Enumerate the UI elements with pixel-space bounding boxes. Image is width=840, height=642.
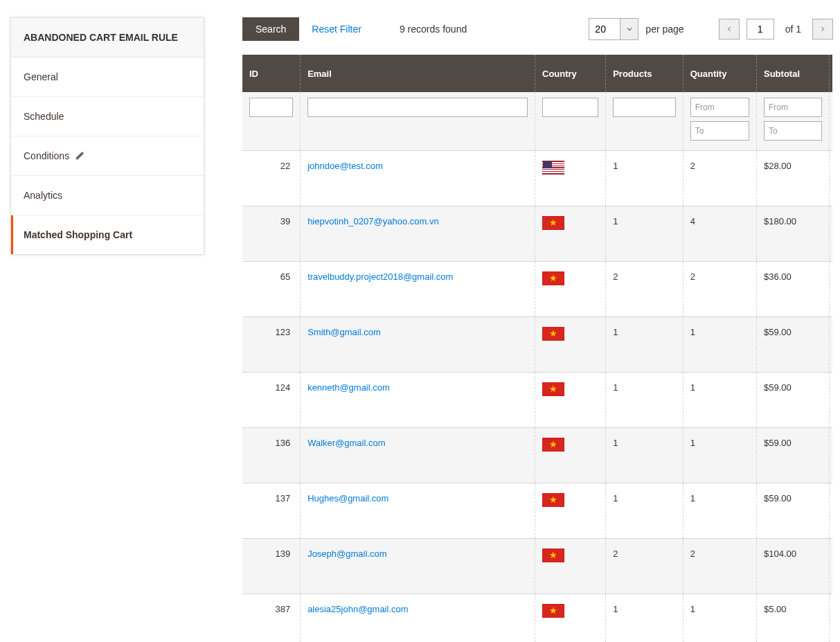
- cell-quantity: 1: [683, 483, 756, 539]
- cell-products: 1: [606, 151, 683, 206]
- table-row[interactable]: 136Walker@gmail.com11$59.00Yes00--: [242, 428, 833, 483]
- filter-subtotal-from-input[interactable]: [764, 98, 822, 117]
- cell-country: [535, 483, 606, 539]
- col-header-country[interactable]: Country: [535, 55, 606, 92]
- col-header-subtotal[interactable]: Subtotal: [757, 55, 830, 92]
- cell-products: 1: [606, 428, 683, 483]
- email-link[interactable]: kenneth@gmail.com: [307, 382, 390, 393]
- sidebar-item-schedule[interactable]: Schedule: [11, 97, 204, 136]
- col-header-can-send[interactable]: Can Send Email: [830, 55, 833, 92]
- cell-can-send: Yes: [830, 206, 833, 262]
- cell-country: [535, 317, 606, 373]
- cell-subtotal: $59.00: [757, 428, 830, 483]
- cell-id: 39: [242, 206, 301, 262]
- cell-can-send: Yes: [830, 151, 833, 206]
- cell-can-send: Yes: [830, 483, 833, 539]
- cell-quantity: 1: [683, 594, 756, 643]
- cell-subtotal: $59.00: [757, 483, 830, 539]
- col-header-email[interactable]: Email: [301, 55, 535, 92]
- filter-id-input[interactable]: [249, 98, 293, 117]
- filter-subtotal-to-input[interactable]: [764, 121, 822, 141]
- cell-id: 137: [242, 483, 301, 539]
- filter-row: [242, 92, 833, 151]
- sidebar-item-label: Matched Shopping Cart: [24, 229, 132, 240]
- cell-country: [535, 594, 606, 643]
- cell-country: [535, 428, 606, 483]
- table-row[interactable]: 22johndoe@test.com12$28.00Yes00--: [242, 151, 833, 206]
- table-row[interactable]: 387alesia25john@gmail.com11$5.00Yes00--: [242, 594, 833, 643]
- cell-can-send: Yes: [830, 539, 833, 594]
- reset-filter-link[interactable]: Reset Filter: [312, 24, 361, 35]
- col-header-id[interactable]: ID: [242, 55, 301, 92]
- flag-icon: [542, 161, 564, 175]
- sidebar-item-general[interactable]: General: [11, 57, 204, 97]
- flag-icon: [542, 549, 564, 562]
- cell-products: 2: [606, 262, 683, 317]
- sidebar-item-analytics[interactable]: Analytics: [11, 176, 204, 215]
- cell-products: 2: [606, 539, 683, 594]
- table-row[interactable]: 123Smith@gmail.com11$59.00Yes00--: [242, 317, 833, 373]
- email-link[interactable]: travelbuddy.project2018@gmail.com: [307, 271, 453, 282]
- chevron-down-icon[interactable]: [620, 19, 638, 39]
- cell-quantity: 2: [683, 151, 756, 206]
- table-row[interactable]: 124kenneth@gmail.com11$59.00Yes00--: [242, 373, 833, 428]
- table-row[interactable]: 137Hughes@gmail.com11$59.00Yes00--: [242, 483, 833, 539]
- filter-country-input[interactable]: [542, 98, 598, 117]
- filter-quantity-to-input[interactable]: [690, 121, 749, 141]
- cell-country: [535, 539, 606, 594]
- table-row[interactable]: 139Joseph@gmail.com22$104.00Yes00--: [242, 539, 833, 594]
- cell-quantity: 1: [683, 317, 756, 373]
- next-page-button[interactable]: [812, 19, 833, 39]
- sidebar-item-matched-shopping-cart[interactable]: Matched Shopping Cart: [11, 215, 204, 254]
- cell-quantity: 4: [683, 206, 756, 262]
- flag-icon: [542, 438, 564, 452]
- cell-products: 1: [606, 206, 683, 262]
- cell-email: johndoe@test.com: [301, 151, 535, 206]
- per-page-select[interactable]: [589, 18, 638, 40]
- email-link[interactable]: alesia25john@gmail.com: [307, 604, 408, 614]
- col-header-products[interactable]: Products: [606, 55, 683, 92]
- cell-quantity: 2: [683, 539, 756, 594]
- filter-email-input[interactable]: [307, 98, 528, 117]
- search-button[interactable]: Search: [242, 17, 299, 41]
- cell-subtotal: $104.00: [757, 539, 830, 594]
- page-number-input[interactable]: [747, 19, 774, 39]
- cell-subtotal: $59.00: [757, 373, 830, 428]
- cell-country: [535, 262, 606, 317]
- table-row[interactable]: 39hiepvotinh_0207@yahoo.com.vn14$180.00Y…: [242, 206, 833, 262]
- cell-can-send: Yes: [830, 428, 833, 483]
- grid-container: ID Email Country Products Quantity Subto…: [242, 55, 833, 642]
- flag-icon: [542, 216, 564, 230]
- filter-products-input[interactable]: [613, 98, 676, 117]
- cell-country: [535, 206, 606, 262]
- sidebar-item-label: Analytics: [24, 190, 62, 201]
- email-link[interactable]: Walker@gmail.com: [307, 438, 385, 448]
- cell-subtotal: $28.00: [757, 151, 830, 206]
- cell-products: 1: [606, 594, 683, 643]
- sidebar-item-conditions[interactable]: Conditions: [11, 136, 204, 176]
- flag-icon: [542, 604, 564, 618]
- cell-quantity: 2: [683, 262, 756, 317]
- per-page-input[interactable]: [589, 19, 620, 39]
- prev-page-button[interactable]: [719, 19, 740, 39]
- cell-products: 1: [606, 373, 683, 428]
- email-link[interactable]: johndoe@test.com: [307, 161, 383, 171]
- email-link[interactable]: hiepvotinh_0207@yahoo.com.vn: [307, 216, 439, 226]
- col-header-quantity[interactable]: Quantity: [683, 55, 756, 92]
- main-panel: Search Reset Filter 9 records found per …: [204, 7, 833, 642]
- cell-quantity: 1: [683, 428, 756, 483]
- records-found-label: 9 records found: [400, 24, 467, 35]
- email-link[interactable]: Joseph@gmail.com: [307, 549, 386, 559]
- filter-quantity-from-input[interactable]: [690, 98, 749, 117]
- chevron-right-icon: [820, 26, 825, 33]
- cell-email: Smith@gmail.com: [301, 317, 535, 373]
- cell-subtotal: $59.00: [757, 317, 830, 373]
- cell-id: 123: [242, 317, 301, 373]
- chevron-left-icon: [726, 26, 732, 33]
- cell-can-send: Yes: [830, 317, 833, 373]
- matched-cart-grid: ID Email Country Products Quantity Subto…: [242, 55, 833, 642]
- email-link[interactable]: Smith@gmail.com: [307, 327, 381, 337]
- email-link[interactable]: Hughes@gmail.com: [307, 493, 388, 503]
- table-row[interactable]: 65travelbuddy.project2018@gmail.com22$36…: [242, 262, 833, 317]
- page-total-label: of 1: [785, 24, 801, 35]
